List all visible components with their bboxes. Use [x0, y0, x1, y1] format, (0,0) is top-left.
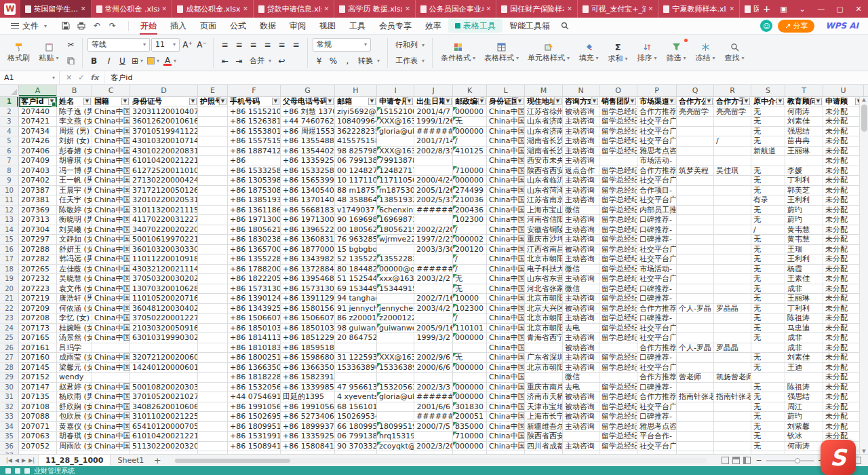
cell[interactable]: 未分配 — [823, 107, 864, 117]
name-box[interactable]: A1 ▾ — [0, 71, 60, 84]
cell[interactable]: 丁利利 — [785, 176, 823, 186]
cell[interactable] — [525, 451, 563, 454]
close-icon[interactable]: ✕ — [405, 5, 410, 12]
filter-dropdown-icon[interactable]: ▼ — [743, 98, 750, 105]
cell[interactable]: 山东省东营 — [525, 274, 563, 284]
cell[interactable] — [677, 412, 714, 422]
cell[interactable]: 415575158 — [335, 136, 377, 147]
cell[interactable]: 丁利利 — [785, 304, 823, 314]
cell[interactable]: China中国 — [92, 254, 130, 265]
collapse-icon[interactable]: ⌄ — [793, 0, 812, 18]
cell[interactable]: China中国 — [487, 333, 525, 343]
cell[interactable]: / — [453, 254, 487, 265]
cell[interactable]: 赵君婷 (女 — [57, 383, 92, 393]
filter-dropdown-icon[interactable]: ▼ — [406, 98, 413, 105]
cell[interactable]: 王丽琳 — [785, 294, 823, 304]
grid-area[interactable]: 1客户id▼姓名▼国籍▼身份证号▼护照号▼手机号码▼父母电话号码▼邮箱▼申请专用… — [0, 97, 868, 454]
cell[interactable]: +86 18501030 — [281, 324, 335, 334]
formula-input[interactable]: 客户id — [105, 71, 132, 84]
cell[interactable]: 陈祖涛 — [785, 314, 823, 324]
cell[interactable]: +86 13552283 — [228, 254, 281, 265]
cell[interactable]: 98 guiwanwei — [335, 324, 377, 334]
cell[interactable]: +86 13701409 — [281, 195, 335, 206]
cell[interactable]: 留学总经纪 — [599, 235, 637, 245]
cell[interactable]: 未分配 — [823, 245, 864, 255]
cell[interactable]: 舒欣娴 (女 — [57, 402, 92, 413]
merge-cells-button[interactable]: 合并▾ — [247, 54, 274, 68]
row-header[interactable]: 23 — [0, 314, 19, 324]
cell[interactable]: 平台合作- — [637, 432, 677, 442]
cell[interactable] — [785, 156, 823, 166]
cell[interactable]: 138519326 — [377, 195, 414, 206]
cell[interactable] — [198, 333, 228, 343]
save-icon[interactable] — [59, 20, 73, 33]
cell[interactable]: 31 122593794 — [335, 353, 377, 363]
cell[interactable]: China中国 — [92, 274, 130, 284]
cell[interactable]: +86 13439824 — [281, 254, 335, 265]
cell[interactable]: 68 15610183 — [335, 402, 377, 413]
row-header[interactable]: 16 — [0, 245, 19, 255]
header-cell[interactable]: 市场渠道▼ — [637, 97, 677, 107]
cell[interactable]: 口碑推荐- — [637, 353, 677, 363]
cell[interactable]: 169698712 — [377, 215, 414, 225]
cell[interactable]: 陈敬婷 (女 — [57, 206, 92, 216]
cell[interactable]: 无 — [751, 254, 785, 265]
cell[interactable] — [198, 235, 228, 245]
cell[interactable]: 王丽琳 — [785, 147, 823, 157]
cell[interactable]: China中国 — [487, 392, 525, 402]
cell[interactable]: 舒妍玉 (女 — [57, 245, 92, 255]
cell[interactable]: 无 — [751, 176, 785, 186]
cell[interactable]: 无 — [751, 402, 785, 413]
header-cell[interactable]: 销售团队▼ — [599, 97, 637, 107]
wps-floating-logo[interactable]: S — [821, 440, 856, 475]
cell[interactable]: 150269534 — [335, 412, 377, 422]
cell[interactable]: / — [714, 136, 751, 147]
insert-function-icon[interactable]: fx — [90, 73, 98, 82]
cell[interactable]: China中国 — [487, 412, 525, 422]
cell[interactable] — [785, 451, 823, 454]
row-header[interactable]: 34 — [0, 422, 19, 432]
cell[interactable]: 去电 — [563, 383, 599, 393]
font-size-select[interactable]: 11▾ — [151, 38, 180, 52]
cell[interactable]: ######## — [414, 392, 453, 402]
cell[interactable]: 274499 — [453, 186, 487, 196]
cell[interactable]: 蔚玓 — [785, 215, 823, 225]
cell[interactable]: +86 13851932 — [228, 195, 281, 206]
cell[interactable] — [714, 235, 751, 245]
cell[interactable]: 梁馨元 (女 — [57, 363, 92, 373]
cell[interactable] — [751, 156, 785, 166]
menu-item[interactable]: 页面 — [193, 18, 223, 35]
cell[interactable]: 未分配 — [823, 225, 864, 235]
header-cell[interactable]: 身份证号▼ — [130, 97, 198, 107]
cell[interactable]: 000000 — [453, 363, 487, 373]
cell[interactable]: +86 周煜155380 — [281, 127, 335, 137]
cell[interactable]: 周雨欣 (女 — [57, 442, 92, 452]
cell[interactable]: 陕西省西安 — [525, 432, 563, 442]
filter-dropdown-icon[interactable]: ▼ — [189, 98, 197, 105]
cell[interactable]: 2002/7/16 — [414, 294, 453, 304]
cell[interactable] — [414, 156, 453, 166]
cell[interactable]: 无 — [751, 136, 785, 147]
cell[interactable]: 主动咨询 — [563, 215, 599, 225]
row-header[interactable]: 36 — [0, 442, 19, 452]
select-all-corner[interactable] — [0, 85, 19, 96]
cell[interactable] — [714, 402, 751, 413]
cell[interactable] — [198, 147, 228, 157]
cell[interactable]: 吴佳琪 — [714, 166, 751, 176]
cell[interactable]: +86 15066073 — [281, 314, 335, 324]
cell[interactable]: +86 13611860 — [228, 206, 281, 216]
cell[interactable] — [377, 333, 414, 343]
cell[interactable]: 2003/4/2 — [414, 304, 453, 314]
cell[interactable]: +86 15319918 — [228, 432, 281, 442]
cell[interactable]: XXX@163.c — [377, 353, 414, 363]
row-header[interactable]: 19 — [0, 274, 19, 284]
cell[interactable]: +86 18874129 — [228, 147, 281, 157]
cell[interactable] — [453, 451, 487, 454]
cell[interactable] — [677, 206, 714, 216]
cell[interactable]: 2001/4/7 — [414, 107, 453, 117]
header-cell[interactable]: 申请专用▼ — [377, 97, 414, 107]
start-icon[interactable] — [5, 468, 11, 474]
cell[interactable]: 韩冯远 (男 — [57, 254, 92, 265]
cell[interactable]: 301830 — [453, 402, 487, 413]
cell[interactable]: China中国 — [487, 432, 525, 442]
